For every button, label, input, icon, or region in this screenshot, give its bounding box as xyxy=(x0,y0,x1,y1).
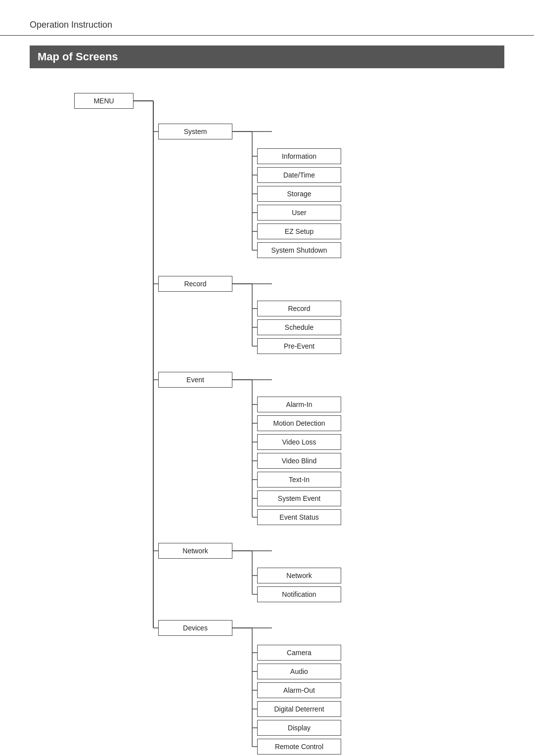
tree-node-motion-detection: Motion Detection xyxy=(257,415,341,431)
tree-node-network: Network xyxy=(257,568,341,583)
tree-node-event-status: Event Status xyxy=(257,509,341,525)
tree-node-date-time: Date/Time xyxy=(257,167,341,183)
tree-node-menu: MENU xyxy=(74,93,134,109)
tree-diagram: MENUSystemInformationDate/TimeStorageUse… xyxy=(44,88,490,756)
tree-node-network: Network xyxy=(158,543,232,559)
tree-node-ez-setup: EZ Setup xyxy=(257,223,341,239)
tree-node-event: Event xyxy=(158,372,232,388)
tree-node-display: Display xyxy=(257,720,341,736)
operation-instruction-label: Operation Instruction xyxy=(30,20,112,30)
tree-node-record: Record xyxy=(158,276,232,292)
tree-node-video-loss: Video Loss xyxy=(257,434,341,450)
section-title-bar: Map of Screens xyxy=(30,45,504,68)
tree-node-information: Information xyxy=(257,148,341,164)
tree-node-system: System xyxy=(158,124,232,139)
tree-node-storage: Storage xyxy=(257,186,341,202)
tree-node-pre-event: Pre-Event xyxy=(257,338,341,354)
tree-node-user: User xyxy=(257,205,341,221)
tree-node-audio: Audio xyxy=(257,664,341,679)
tree-node-text-in: Text-In xyxy=(257,472,341,488)
tree-node-camera: Camera xyxy=(257,645,341,661)
tree-node-system-event: System Event xyxy=(257,490,341,506)
diagram-area: MENUSystemInformationDate/TimeStorageUse… xyxy=(0,83,534,756)
tree-node-schedule: Schedule xyxy=(257,319,341,335)
tree-node-digital-deterrent: Digital Deterrent xyxy=(257,701,341,717)
tree-node-video-blind: Video Blind xyxy=(257,453,341,469)
tree-node-alarm-out: Alarm-Out xyxy=(257,682,341,698)
tree-node-alarm-in: Alarm-In xyxy=(257,397,341,412)
tree-node-notification: Notification xyxy=(257,586,341,602)
tree-node-system-shutdown: System Shutdown xyxy=(257,242,341,258)
section-title: Map of Screens xyxy=(38,50,118,63)
tree-node-devices: Devices xyxy=(158,620,232,636)
tree-node-remote-control: Remote Control xyxy=(257,739,341,755)
tree-node-record: Record xyxy=(257,301,341,316)
